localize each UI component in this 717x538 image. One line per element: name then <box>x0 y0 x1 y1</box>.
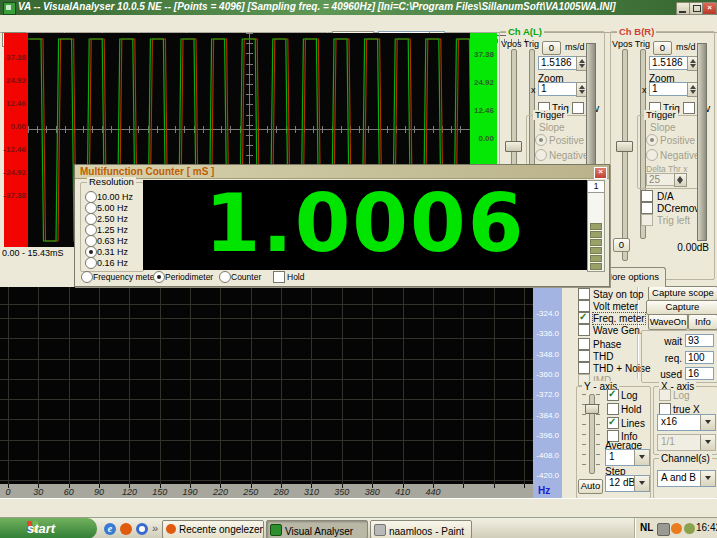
spinner-down-icon <box>677 180 683 184</box>
restore-button[interactable] <box>689 2 703 15</box>
taskbar-task-paint[interactable]: naamloos - Paint <box>370 520 472 538</box>
update-icon[interactable] <box>671 523 682 534</box>
mode-frequency-meter-label: Frequency meter <box>93 272 157 283</box>
user-icon[interactable] <box>684 523 695 534</box>
slope-negative-radio[interactable] <box>646 149 658 161</box>
mode-periodimeter-radio[interactable] <box>153 271 165 283</box>
zoom-field[interactable]: 1 <box>538 82 578 96</box>
combo-button[interactable] <box>700 471 715 486</box>
media-player-icon[interactable] <box>136 523 148 535</box>
x-zoom-combo[interactable]: x16 <box>657 414 716 431</box>
clock: 16:42 <box>696 522 717 533</box>
spectrum-freq-label: 0 <box>5 487 10 497</box>
spectrum-db-label: -420.0 <box>536 472 559 480</box>
scope-time-range: 0.00 - 15.43mS <box>2 248 64 258</box>
language-indicator[interactable]: NL <box>640 522 653 533</box>
printer-icon[interactable] <box>657 523 670 536</box>
slope-positive-radio[interactable] <box>646 134 658 146</box>
zoom-field[interactable]: 1 <box>649 82 689 96</box>
used-field[interactable]: 16 <box>685 367 714 380</box>
combo-button[interactable] <box>634 450 649 465</box>
dialog-close-button[interactable]: × <box>594 167 607 179</box>
spectrum-db-label: -408.0 <box>536 452 559 460</box>
vpos-slider-handle[interactable] <box>505 141 522 152</box>
channels-group-title: Channel(s) <box>659 453 712 464</box>
timebase-field[interactable]: 1.5186 <box>649 56 689 70</box>
timebase-field[interactable]: 1.5186 <box>538 56 578 70</box>
dcremoval-checkbox[interactable] <box>641 202 653 214</box>
inv-checkbox[interactable] <box>683 102 695 114</box>
y-scale-slider-handle[interactable] <box>585 404 599 414</box>
minimize-button[interactable] <box>676 2 690 15</box>
scope-voltage-label: 24.92 <box>474 79 494 87</box>
firefox-icon[interactable] <box>120 523 132 535</box>
scope-left-scale-channel-a: 37.3824.9212.460.00-12.46-24.92-37.38 <box>4 33 28 247</box>
y-log-checkbox[interactable] <box>607 389 619 401</box>
gain-zero-button[interactable]: 0 <box>613 238 630 252</box>
capture-scope-button[interactable]: Capture scope <box>648 286 717 301</box>
wave-gen-label: Wave Gen. <box>593 325 643 336</box>
phase-checkbox[interactable] <box>578 338 590 350</box>
trigger-group-title: Trigger <box>533 110 567 120</box>
auto-button[interactable]: Auto <box>578 479 603 494</box>
x-ratio-combo[interactable]: 1/1 <box>657 434 716 451</box>
freq-meter-checkbox[interactable] <box>578 312 590 324</box>
x-log-checkbox[interactable] <box>659 389 671 401</box>
spectrum-display <box>0 287 533 484</box>
vpos-slider-handle[interactable] <box>616 141 633 152</box>
slope-label: Slope <box>539 122 565 133</box>
slope-positive-radio[interactable] <box>535 134 547 146</box>
delta-thr-spinner[interactable] <box>674 173 687 187</box>
timebase-zero-button[interactable]: 0 <box>542 41 561 55</box>
combo-button[interactable] <box>634 476 649 491</box>
combo-button[interactable] <box>700 435 715 450</box>
req-field[interactable]: 100 <box>685 351 714 364</box>
internet-explorer-icon[interactable]: e <box>104 523 116 535</box>
info-button[interactable]: Info <box>688 314 717 330</box>
slope-negative-label: Negative <box>660 150 699 161</box>
start-button[interactable]: start <box>0 518 97 538</box>
channel-b-panel: Ch B(R) Vpos Trig 0 ms/d 1.5186 Zoom x 1… <box>609 26 717 282</box>
mode-frequency-meter-radio[interactable] <box>81 271 93 283</box>
spinner-down-icon <box>690 64 696 68</box>
combo-button[interactable] <box>700 415 715 430</box>
thd-checkbox[interactable] <box>578 350 590 362</box>
wave-on-button[interactable]: WaveOn <box>648 314 688 330</box>
stay-on-top-checkbox[interactable] <box>578 288 590 300</box>
output-level-slider[interactable] <box>697 43 707 241</box>
chevron-down-icon <box>705 476 711 480</box>
level-segment <box>590 239 602 246</box>
wait-field[interactable]: 93 <box>685 334 714 347</box>
spectrum-freq-label: 120 <box>122 487 137 497</box>
thd-noise-checkbox[interactable] <box>578 362 590 374</box>
taskbar-task-firefox[interactable]: Recente ongelezen t... <box>162 520 264 538</box>
quick-launch-overflow-chevron[interactable]: » <box>152 522 158 534</box>
channels-combo[interactable]: A and B <box>657 470 716 487</box>
spectrum-db-label: -348.0 <box>536 351 559 359</box>
wave-gen-checkbox[interactable] <box>578 324 590 336</box>
slope-negative-radio[interactable] <box>535 149 547 161</box>
resolution-radio[interactable] <box>85 257 97 269</box>
average-combo[interactable]: 1 <box>605 449 650 466</box>
y-hold-checkbox[interactable] <box>607 403 619 415</box>
hold-checkbox[interactable] <box>273 271 285 283</box>
delta-thr-field[interactable]: 25 <box>646 173 676 186</box>
timebase-zero-button[interactable]: 0 <box>653 41 672 55</box>
capture-spectrum-button[interactable]: Capture spectrum <box>646 300 717 315</box>
counter-side-strip: 1 <box>587 180 605 272</box>
vpos-slider[interactable] <box>622 49 628 261</box>
thd-label: THD <box>593 351 614 362</box>
system-tray: NL 16:42 <box>634 518 717 538</box>
close-button[interactable]: × <box>702 2 717 15</box>
minimize-icon <box>679 11 686 13</box>
da-checkbox[interactable] <box>641 190 653 202</box>
resolution-group-title: Resolution <box>87 177 136 187</box>
spinner-up-icon <box>579 59 585 63</box>
taskbar-task-visual-analyser[interactable]: Visual Analyser <box>266 520 368 538</box>
y-lines-checkbox[interactable] <box>607 417 619 429</box>
inv-checkbox[interactable] <box>572 102 584 114</box>
step-combo[interactable]: 12 dB <box>605 475 650 492</box>
trig-left-checkbox[interactable] <box>641 214 653 226</box>
mode-counter-radio[interactable] <box>219 271 231 283</box>
level-segment <box>590 223 602 230</box>
